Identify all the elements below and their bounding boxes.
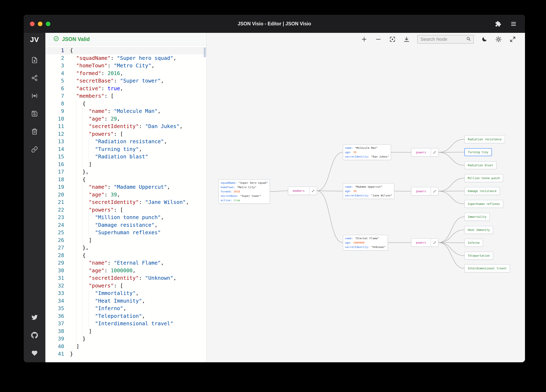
link-icon[interactable] [29,144,40,155]
code-line[interactable]: 5 "secretBase": "Super tower", [45,77,206,85]
line-content: "name": "Eternal Flame", [70,259,164,267]
code-line[interactable]: 15 "Radiation blast" [45,153,206,161]
code-line[interactable]: 6 "active": true, [45,85,206,93]
code-line[interactable]: 18 { [45,176,206,183]
collapse-node-button[interactable] [431,187,438,195]
code-line[interactable]: 22 "powers": [ [45,206,206,214]
graph-leaf-node[interactable]: Superhuman reflexes [464,200,503,208]
code-line[interactable]: 36 "Teleportation", [45,312,206,320]
zoom-out-icon[interactable] [375,36,382,43]
github-icon[interactable] [29,329,40,341]
code-line[interactable]: 28 { [45,252,206,259]
sidebar-footer [29,312,40,359]
code-line[interactable]: 19 "name": "Madame Uppercut", [45,183,206,191]
graph-leaf-node[interactable]: Interdimensional travel [464,264,510,272]
code-line[interactable]: 30 "age": 1000000, [45,267,206,275]
code-line[interactable]: 40 ] [45,343,206,350]
code-line[interactable]: 41} [45,350,206,358]
collapse-node-button[interactable] [431,239,438,247]
code-line[interactable]: 17 }, [45,168,206,176]
code-line[interactable]: 24 "Damage resistance", [45,221,206,229]
code-line[interactable]: 27 }, [45,244,206,252]
code-line[interactable]: 32 "powers": [ [45,282,206,290]
save-icon[interactable] [29,108,40,120]
collapse-node-button[interactable] [431,148,438,156]
code-line[interactable]: 37 "Interdimensional travel" [45,320,206,328]
graph-powers-node[interactable]: powers [411,148,438,157]
graph-leaf-node[interactable]: Radiation resistance [464,135,505,143]
maximize-window-button[interactable] [46,22,50,26]
code-line[interactable]: 25 "Superhuman reflexes" [45,229,206,237]
graph-object-node[interactable]: name: "Eternal Flame"age: 1000000secretI… [343,235,388,250]
line-number: 26 [45,237,64,244]
graph-object-node[interactable]: name: "Madame Uppercut"age: 39secretIden… [343,183,394,199]
graph-canvas[interactable]: squadName: "Super hero squad"homeTown: "… [207,33,525,362]
graph-powers-node[interactable]: powers [411,238,438,247]
heart-icon[interactable] [29,347,40,359]
settings-gear-icon[interactable] [495,36,502,43]
extension-icon[interactable] [495,21,501,27]
code-line[interactable]: 10 "age": 29, [45,115,206,123]
share-graph-icon[interactable] [29,72,40,84]
code-line[interactable]: 34 "Heat Immunity", [45,297,206,305]
indent-guide [82,221,83,229]
code-line[interactable]: 3 "homeTown": "Metro City", [45,62,206,70]
center-focus-icon[interactable] [389,36,396,43]
graph-powers-node[interactable]: powers [411,187,438,195]
code-line[interactable]: 38 ] [45,328,206,335]
graph-members-node[interactable]: members [288,187,317,195]
graph-leaf-node[interactable]: Damage resistance [464,187,500,195]
code-line[interactable]: 20 "age": 39, [45,191,206,199]
graph-leaf-node[interactable]: Heat Immunity [464,226,493,234]
editor-scrollbar-thumb[interactable] [204,48,206,57]
code-line[interactable]: 39 } [45,335,206,343]
graph-leaf-node[interactable]: Teleportation [464,252,493,259]
code-line[interactable]: 9 "name": "Molecule Man", [45,107,206,115]
code-line[interactable]: 29 "name": "Eternal Flame", [45,259,206,267]
zoom-in-icon[interactable] [361,36,368,43]
code-line[interactable]: 2 "squadName": "Super hero squad", [45,54,206,62]
delete-icon[interactable] [29,126,40,137]
line-number: 23 [45,214,64,221]
window-title: JSON Visio - Editor | JSON Visio [24,21,525,27]
code-line[interactable]: 11 "secretIdentity": "Dan Jukes", [45,123,206,130]
code-line[interactable]: 16 ] [45,161,206,168]
code-line[interactable]: 35 "Inferno", [45,305,206,312]
search-icon[interactable] [466,36,471,42]
code-line[interactable]: 13 "Radiation resistance", [45,138,206,145]
graph-leaf-node[interactable]: Turning tiny [464,148,492,156]
code-line[interactable]: 12 "powers": [ [45,130,206,138]
fit-width-icon[interactable] [29,90,40,102]
graph-object-node[interactable]: name: "Molecule Man"age: 29secretIdentit… [343,145,391,160]
fullscreen-icon[interactable] [509,36,516,43]
code-line[interactable]: 14 "Turning tiny", [45,145,206,153]
code-line[interactable]: 4 "formed": 2016, [45,70,206,77]
node-label: members [288,187,309,195]
graph-leaf-node[interactable]: Million tonne punch [464,174,503,182]
search-node-input[interactable] [421,37,466,42]
dark-mode-icon[interactable] [481,36,488,43]
code-line[interactable]: 8 { [45,100,206,108]
code-line[interactable]: 21 "secretIdentity": "Jane Wilson", [45,198,206,206]
close-window-button[interactable] [30,22,34,26]
graph-leaf-node[interactable]: Immortality [464,213,490,221]
code-line[interactable]: 1{ [45,47,206,54]
code-line[interactable]: 33 "Immortality", [45,290,206,297]
collapse-node-button[interactable] [309,187,317,195]
line-number: 20 [45,191,64,199]
menu-icon[interactable] [510,21,517,27]
graph-leaf-node[interactable]: Radiation blast [464,161,496,169]
code-line[interactable]: 31 "secretIdentity": "Unknown", [45,274,206,282]
twitter-icon[interactable] [29,312,40,323]
download-icon[interactable] [403,36,410,43]
code-line[interactable]: 7 "members": [ [45,92,206,100]
code-editor[interactable]: 1{2 "squadName": "Super hero squad",3 "h… [45,45,206,362]
sidebar: JV [24,33,45,362]
code-line[interactable]: 23 "Million tonne punch", [45,214,206,221]
graph-leaf-node[interactable]: Inferno [464,239,483,247]
code-line[interactable]: 26 ] [45,237,206,244]
graph-object-node[interactable]: squadName: "Super hero squad"homeTown: "… [219,179,270,204]
line-content: "powers": [ [70,282,123,290]
new-document-icon[interactable] [29,54,40,66]
minimize-window-button[interactable] [38,22,42,26]
